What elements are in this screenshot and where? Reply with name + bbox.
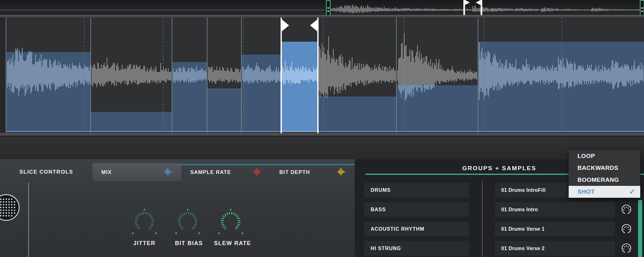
sample-row-verse-2[interactable]: 01 Drums Verse 2 xyxy=(495,241,615,256)
bit-depth-waveform-icon xyxy=(337,167,346,177)
strip-separator xyxy=(0,15,644,18)
slice[interactable] xyxy=(396,18,478,133)
main-waveform-view[interactable] xyxy=(0,18,644,133)
jitter-knob-label: JITTER xyxy=(122,240,166,247)
mode-option-shot[interactable]: SHOT ✓ xyxy=(569,186,640,198)
group-row-bass[interactable]: BASS xyxy=(364,202,469,217)
knob-jitter[interactable] xyxy=(132,209,157,234)
sample-row-intro[interactable]: 01 Drums Intro xyxy=(495,202,615,217)
knob-bit-bias[interactable] xyxy=(175,209,200,234)
panel-divider xyxy=(28,182,29,257)
speaker-grille-icon xyxy=(0,195,19,220)
tab-bit-depth[interactable]: BIT DEPTH xyxy=(271,163,355,181)
group-row-acoustic-rhythm[interactable]: ACOUSTIC RHYTHM xyxy=(364,222,469,236)
mode-dropdown-menu: LOOP BACKWARDS BOOMERANG SHOT ✓ xyxy=(569,150,640,198)
list-divider xyxy=(482,181,483,257)
slice[interactable] xyxy=(207,18,241,133)
samples-scrollbar[interactable] xyxy=(638,200,642,257)
waveform-bottom-bar xyxy=(0,133,644,136)
slice[interactable] xyxy=(172,18,207,133)
checkmark-icon: ✓ xyxy=(629,186,635,198)
mix-waveform-icon xyxy=(164,167,173,177)
slice-controls-section-label: SLICE CONTROLS xyxy=(0,163,93,181)
mode-option-loop[interactable]: LOOP xyxy=(569,150,640,162)
slice[interactable] xyxy=(6,18,91,133)
mode-option-boomerang[interactable]: BOOMERANG xyxy=(569,174,640,186)
knob-slew-rate[interactable] xyxy=(218,209,243,234)
transport-control-bar: BPM 77.00 SPEED 0.5 1X 2X PLAYBACK BEAT … xyxy=(0,136,644,159)
slice[interactable] xyxy=(91,18,172,133)
slice-controls-panel: SLICE CONTROLS MIX SAMPLE RATE xyxy=(0,159,355,257)
tab-mix[interactable]: MIX xyxy=(93,163,181,181)
slice[interactable] xyxy=(241,18,281,133)
slew-rate-knob-label: SLEW RATE xyxy=(206,240,259,247)
slice-selected[interactable] xyxy=(281,18,318,133)
sampler-app-window: BPM 77.00 SPEED 0.5 1X 2X PLAYBACK BEAT … xyxy=(0,0,644,257)
sample-row-verse-1[interactable]: 01 Drums Verse 1 xyxy=(495,222,615,236)
main-waveform xyxy=(0,18,644,133)
midi-icon[interactable] xyxy=(621,223,632,234)
tab-sample-rate[interactable]: SAMPLE RATE xyxy=(181,163,271,181)
mode-option-backwards[interactable]: BACKWARDS xyxy=(569,162,640,174)
slice[interactable] xyxy=(478,18,644,133)
group-row-hi-strung[interactable]: HI STRUNG xyxy=(364,241,469,256)
group-row-drums[interactable]: DRUMS xyxy=(364,183,469,197)
sample-rate-waveform-icon xyxy=(253,167,262,177)
midi-icon[interactable] xyxy=(621,204,632,215)
slice[interactable] xyxy=(318,18,396,133)
midi-icon[interactable] xyxy=(621,243,632,254)
